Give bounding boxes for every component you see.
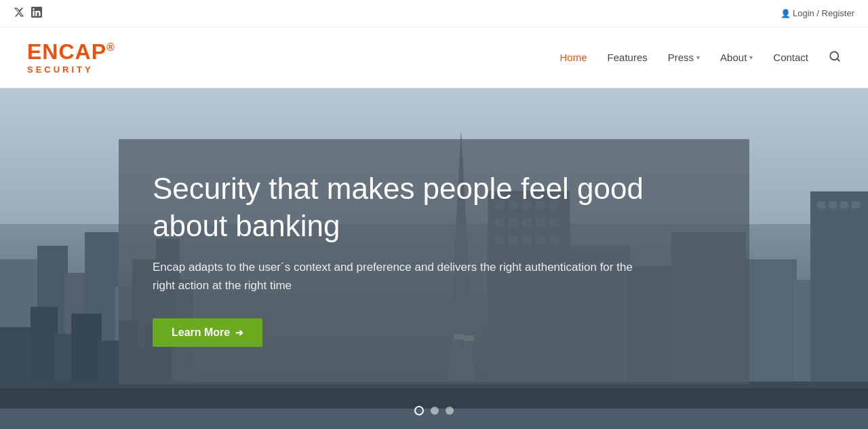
nav-item-features[interactable]: Features bbox=[608, 52, 648, 63]
logo-tagline: SECURITY bbox=[27, 65, 115, 75]
carousel-dots bbox=[414, 406, 454, 415]
svg-line-1 bbox=[837, 58, 839, 60]
svg-rect-43 bbox=[810, 191, 868, 409]
svg-rect-47 bbox=[852, 202, 860, 208]
learn-more-icon: ➔ bbox=[235, 327, 243, 338]
search-icon[interactable] bbox=[829, 50, 841, 65]
svg-rect-44 bbox=[817, 202, 825, 208]
hero-subtitle: Encap adapts to the user´s context and p… bbox=[153, 258, 648, 295]
carousel-dot-1[interactable] bbox=[414, 406, 424, 415]
press-dropdown-icon: ▾ bbox=[696, 54, 700, 61]
main-nav: Home Features Press ▾ About ▾ Contact bbox=[560, 50, 841, 65]
logo-brand: ENCAP® bbox=[27, 40, 115, 64]
top-bar: Login / Register bbox=[0, 0, 868, 27]
svg-rect-45 bbox=[829, 202, 837, 208]
nav-item-contact[interactable]: Contact bbox=[773, 52, 808, 63]
hero-content-box: Security that makes people feel good abo… bbox=[119, 139, 749, 384]
learn-more-button[interactable]: Learn More ➔ bbox=[153, 318, 262, 347]
social-icons bbox=[14, 7, 42, 20]
nav-item-about[interactable]: About ▾ bbox=[720, 52, 753, 63]
linkedin-link[interactable] bbox=[31, 7, 42, 20]
hero-section: Security that makes people feel good abo… bbox=[0, 88, 868, 429]
login-register-link[interactable]: Login / Register bbox=[781, 8, 854, 18]
nav-item-home[interactable]: Home bbox=[560, 52, 587, 63]
about-dropdown-icon: ▾ bbox=[749, 54, 753, 61]
nav-item-press[interactable]: Press ▾ bbox=[668, 52, 700, 63]
hero-title: Security that makes people feel good abo… bbox=[153, 170, 715, 244]
carousel-dot-2[interactable] bbox=[431, 407, 439, 415]
header: ENCAP® SECURITY Home Features Press ▾ Ab… bbox=[0, 27, 868, 88]
carousel-dot-3[interactable] bbox=[446, 407, 454, 415]
svg-rect-46 bbox=[840, 202, 848, 208]
logo[interactable]: ENCAP® SECURITY bbox=[27, 40, 115, 75]
twitter-link[interactable] bbox=[14, 7, 24, 20]
